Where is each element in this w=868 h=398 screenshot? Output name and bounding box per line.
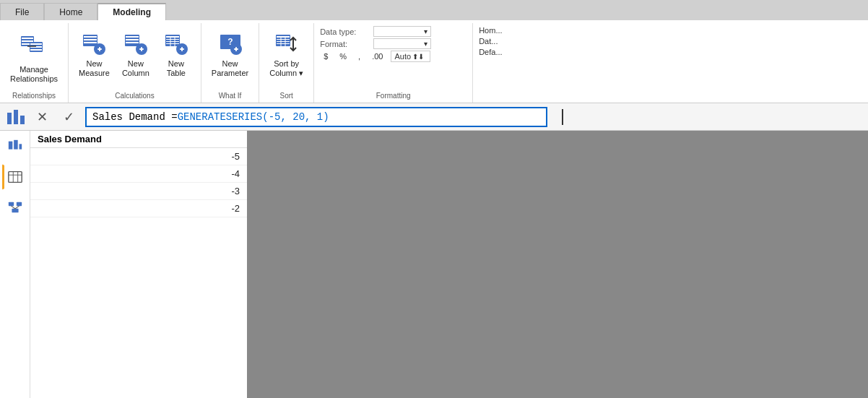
main-content: Sales Demand -5 -4 -3 -2 (0, 131, 868, 398)
ribbon-group-relationships: ManageRelationships Relationships (0, 23, 69, 103)
svg-rect-24 (166, 36, 179, 38)
manage-relationships-icon (17, 29, 51, 64)
formula-bar: ✕ ✓ Sales Demand = GENERATESERIES(-5, 20… (0, 103, 868, 131)
whatif-group-label: What If (219, 90, 242, 103)
svg-rect-51 (19, 144, 22, 149)
formula-confirm-button[interactable]: ✓ (58, 107, 79, 127)
svg-rect-18 (126, 39, 139, 40)
svg-line-59 (11, 206, 15, 209)
tab-modeling[interactable]: Modeling (97, 3, 166, 20)
format-symbols: $ % , .00 Auto ⬆⬇ (320, 51, 430, 62)
svg-rect-44 (277, 43, 290, 44)
new-parameter-icon: ? (216, 29, 245, 58)
new-column-icon (121, 29, 150, 58)
sort-by-column-icon (272, 29, 301, 58)
sidebar-table-icon[interactable] (2, 164, 28, 190)
sort-by-column-button[interactable]: Sort byColumn ▾ (265, 26, 308, 81)
formula-input[interactable]: Sales Demand = GENERATESERIES(-5, 20, 1) (85, 107, 547, 127)
svg-rect-28 (166, 41, 179, 42)
default-row: Defa... (479, 48, 502, 56)
table-row: -4 (30, 165, 247, 183)
relationships-group-label: Relationships (12, 90, 56, 103)
format-caret: ▾ (424, 40, 428, 48)
svg-rect-57 (16, 202, 21, 207)
formatting-group-label: Formatting (320, 90, 466, 103)
tab-bar: File Home Modeling (0, 0, 868, 20)
calculations-content: NewMeasure NewColumn (74, 26, 195, 90)
formula-text-black: Sales Demand = (92, 111, 178, 123)
ribbon-right: Hom... Dat... Defa... (473, 23, 508, 103)
sort-content: Sort byColumn ▾ (265, 26, 308, 90)
workspace (247, 131, 868, 398)
svg-rect-29 (166, 43, 179, 44)
comma-button[interactable]: , (355, 51, 364, 62)
dollar-button[interactable]: $ (320, 51, 331, 62)
decimal-button[interactable]: .00 (368, 51, 386, 62)
format-row: Format: ▾ (320, 38, 466, 49)
svg-rect-17 (126, 36, 139, 38)
svg-rect-37 (235, 47, 237, 51)
formula-cancel-button[interactable]: ✕ (32, 107, 53, 127)
svg-rect-11 (84, 39, 97, 40)
auto-label: Auto (394, 52, 411, 61)
symbols-row: $ % , .00 Auto ⬆⬇ (320, 51, 466, 62)
data-type-caret: ▾ (424, 27, 428, 35)
tab-home[interactable]: Home (44, 3, 97, 20)
table-row: -5 (30, 148, 247, 165)
svg-rect-58 (12, 209, 18, 213)
whatif-content: ? NewParameter (207, 26, 253, 90)
data-panel: Sales Demand -5 -4 -3 -2 (30, 131, 247, 398)
svg-rect-27 (166, 39, 179, 40)
data-type-dropdown[interactable]: ▾ (373, 26, 431, 37)
table-header: Sales Demand (30, 131, 247, 148)
svg-rect-43 (277, 41, 290, 42)
svg-rect-52 (9, 172, 22, 183)
ribbon-group-whatif: ? NewParameter What If (201, 23, 259, 103)
percent-button[interactable]: % (336, 51, 350, 62)
new-column-label: NewColumn (122, 59, 149, 78)
svg-rect-47 (14, 110, 18, 124)
manage-relationships-button[interactable]: ManageRelationships (6, 26, 62, 87)
new-table-icon (162, 29, 191, 58)
svg-rect-50 (14, 140, 18, 150)
new-parameter-button[interactable]: ? NewParameter (207, 26, 253, 81)
auto-spinner: ⬆⬇ (412, 53, 424, 61)
new-parameter-label: NewParameter (212, 59, 248, 78)
svg-rect-22 (141, 47, 142, 51)
tab-file[interactable]: File (0, 3, 44, 20)
ribbon-group-calculations: NewMeasure NewColumn (69, 23, 201, 103)
format-dropdown[interactable]: ▾ (373, 38, 431, 49)
new-table-label: NewTable (167, 59, 186, 78)
svg-rect-56 (8, 202, 13, 207)
new-table-button[interactable]: NewTable (157, 26, 195, 81)
new-measure-button[interactable]: NewMeasure (74, 26, 114, 81)
svg-rect-7 (30, 49, 42, 51)
svg-rect-39 (277, 36, 290, 38)
sidebar (0, 131, 30, 398)
svg-rect-48 (20, 116, 25, 124)
relationships-content: ManageRelationships (6, 26, 62, 90)
new-column-button[interactable]: NewColumn (117, 26, 155, 81)
formula-text-blue: GENERATESERIES(-5, 20, 1) (178, 111, 329, 123)
svg-rect-1 (22, 38, 33, 39)
new-measure-icon (79, 29, 108, 58)
format-label: Format: (320, 40, 370, 48)
ribbon-group-formatting: Data type: ▾ Format: ▾ $ % , .00 Auto ⬆⬇ (314, 23, 473, 103)
data-row: Dat... (479, 37, 502, 46)
home-row: Hom... (479, 26, 502, 35)
data-type-label: Data type: (320, 27, 370, 36)
table-row: -2 (30, 200, 247, 217)
svg-rect-15 (99, 47, 100, 51)
svg-rect-46 (7, 113, 12, 124)
ribbon-group-sort: Sort byColumn ▾ Sort (259, 23, 314, 103)
auto-dropdown[interactable]: Auto ⬆⬇ (391, 51, 430, 62)
svg-rect-10 (84, 36, 97, 38)
svg-rect-42 (277, 39, 290, 40)
sidebar-report-icon[interactable] (2, 134, 28, 160)
data-type-row: Data type: ▾ (320, 26, 466, 37)
svg-rect-49 (8, 142, 12, 150)
manage-relationships-label: ManageRelationships (10, 65, 58, 84)
svg-line-60 (15, 206, 19, 209)
sidebar-model-icon[interactable] (2, 194, 28, 220)
text-cursor (562, 109, 563, 125)
